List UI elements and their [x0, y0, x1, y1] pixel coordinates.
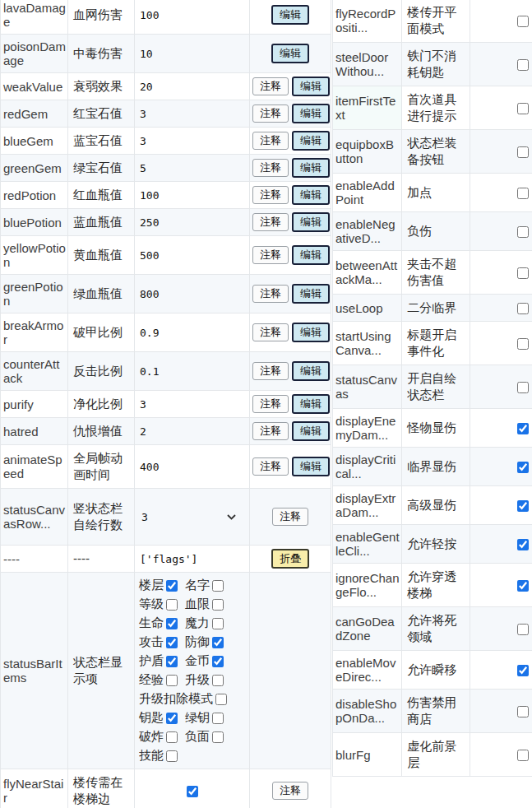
flag-checkbox[interactable]: [517, 500, 529, 512]
status-bar-item-checkbox[interactable]: [212, 618, 224, 629]
status-bar-item-label: 血限: [185, 597, 210, 612]
status-bar-item-checkbox[interactable]: [215, 694, 227, 705]
flag-row: canGoDeadZone允许将死领域: [333, 607, 532, 651]
config-label: 蓝宝石值: [68, 128, 135, 155]
config-label: 竖状态栏自绘行数: [68, 489, 135, 546]
status-bar-item-checkbox[interactable]: [166, 580, 178, 592]
comment-button[interactable]: 注释: [272, 782, 308, 800]
flag-key: canGoDeadZone: [333, 607, 402, 651]
comment-button[interactable]: 注释: [252, 246, 289, 264]
status-bar-item: 攻击: [139, 634, 178, 650]
edit-button[interactable]: 编辑: [292, 361, 330, 381]
config-label: ----: [68, 546, 135, 573]
edit-button[interactable]: 编辑: [292, 245, 330, 265]
flag-checkbox[interactable]: [517, 624, 529, 635]
flag-checkbox[interactable]: [517, 267, 529, 279]
flag-checkbox[interactable]: [517, 226, 529, 238]
edit-button[interactable]: 编辑: [292, 457, 330, 476]
config-label: 反击比例: [68, 352, 135, 391]
flag-checkbox[interactable]: [517, 188, 529, 199]
comment-button[interactable]: 注释: [272, 508, 308, 526]
status-bar-item-checkbox[interactable]: [166, 731, 178, 743]
edit-button[interactable]: 编辑: [292, 394, 330, 414]
config-value: 5: [135, 155, 250, 182]
edit-button[interactable]: 编辑: [292, 77, 330, 96]
edit-button[interactable]: 编辑: [292, 104, 330, 123]
config-key: greenGem: [1, 155, 68, 182]
flag-checkbox-cell: [470, 0, 532, 43]
flag-checkbox[interactable]: [517, 423, 529, 434]
flag-checkbox[interactable]: [517, 16, 529, 27]
collapse-button[interactable]: 折叠: [271, 549, 309, 569]
flag-checkbox[interactable]: [517, 338, 529, 350]
status-bar-item-label: 钥匙: [139, 710, 164, 726]
edit-button[interactable]: 编辑: [271, 5, 309, 25]
comment-button[interactable]: 注释: [252, 186, 289, 204]
flag-checkbox[interactable]: [517, 59, 529, 71]
comment-button[interactable]: 注释: [252, 213, 289, 231]
config-actions: 注释编辑: [250, 100, 331, 128]
status-bar-item-checkbox[interactable]: [212, 580, 224, 592]
config-value: 250: [135, 209, 250, 236]
flag-key: steelDoorWithou...: [333, 43, 402, 86]
flag-row: statusCanvas开启自绘状态栏: [333, 365, 532, 409]
status-bar-item-checkbox[interactable]: [166, 675, 178, 686]
config-key: blueGem: [1, 128, 68, 155]
status-bar-item: 血限: [185, 597, 224, 612]
status-bar-item: 升级: [185, 672, 224, 688]
status-bar-item-checkbox[interactable]: [166, 750, 178, 762]
flag-checkbox[interactable]: [517, 665, 529, 676]
edit-button[interactable]: 编辑: [292, 158, 330, 178]
status-bar-item-checkbox[interactable]: [212, 713, 224, 724]
status-bar-item-checkbox[interactable]: [212, 731, 224, 743]
flag-checkbox[interactable]: [517, 706, 529, 717]
status-bar-item-checkbox[interactable]: [212, 656, 224, 667]
config-key: ----: [1, 546, 68, 573]
comment-button[interactable]: 注释: [252, 422, 289, 440]
status-bar-item-checkbox[interactable]: [166, 713, 178, 724]
edit-button[interactable]: 编辑: [292, 131, 330, 151]
edit-button[interactable]: 编辑: [292, 185, 330, 205]
config-label: 绿血瓶值: [68, 275, 135, 313]
status-bar-item-checkbox[interactable]: [166, 637, 178, 648]
status-bar-item-checkbox[interactable]: [166, 618, 178, 629]
status-canvas-rows-select[interactable]: 3: [140, 507, 244, 527]
comment-button[interactable]: 注释: [252, 457, 289, 476]
flag-checkbox[interactable]: [517, 303, 529, 314]
comment-button[interactable]: 注释: [252, 323, 289, 341]
game-config-panel: lavaDamage血网伤害100编辑poisonDamage中毒伤害10编辑w…: [0, 0, 532, 808]
flag-checkbox[interactable]: [517, 580, 529, 592]
edit-button[interactable]: 编辑: [292, 421, 330, 441]
config-key: flyNearStair: [1, 769, 68, 808]
edit-button[interactable]: 编辑: [292, 323, 330, 342]
edit-button[interactable]: 编辑: [292, 212, 330, 232]
comment-button[interactable]: 注释: [252, 132, 289, 150]
flag-checkbox[interactable]: [517, 539, 529, 550]
edit-button[interactable]: 编辑: [292, 284, 330, 304]
comment-button[interactable]: 注释: [252, 77, 289, 95]
flag-checkbox-cell: [470, 130, 532, 174]
status-bar-item-checkbox[interactable]: [212, 637, 224, 648]
flag-checkbox[interactable]: [517, 750, 529, 761]
status-bar-item-checkbox[interactable]: [166, 599, 178, 611]
comment-button[interactable]: 注释: [252, 362, 289, 380]
fly-near-stair-checkbox[interactable]: [187, 786, 198, 797]
flag-checkbox[interactable]: [517, 146, 529, 158]
config-label: 状态栏显示项: [68, 573, 135, 769]
comment-button[interactable]: 注释: [252, 285, 289, 303]
flag-checkbox[interactable]: [517, 462, 529, 473]
flag-row: enableGentleCli...允许轻按: [333, 525, 532, 564]
status-bar-item-checkbox[interactable]: [166, 656, 178, 667]
flag-checkbox[interactable]: [517, 382, 529, 393]
status-bar-item-checkbox[interactable]: [212, 675, 224, 686]
comment-button[interactable]: 注释: [252, 159, 289, 177]
comment-button[interactable]: 注释: [252, 104, 289, 123]
status-bar-item-checkbox[interactable]: [212, 599, 224, 611]
edit-button[interactable]: 编辑: [271, 44, 309, 63]
flag-label: 怪物显伤: [402, 409, 470, 448]
comment-button[interactable]: 注释: [252, 395, 289, 413]
config-value: 100: [135, 0, 250, 35]
config-label: 红宝石值: [68, 100, 135, 128]
status-bar-item: 名字: [185, 578, 224, 593]
flag-checkbox[interactable]: [517, 103, 529, 114]
